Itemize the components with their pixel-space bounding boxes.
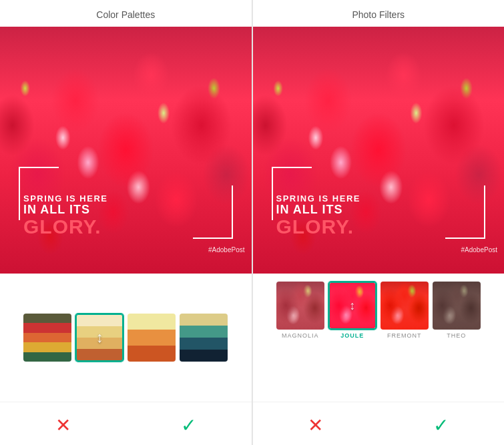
confirm-button-left[interactable]: ✓ (174, 410, 203, 440)
resize-handle-filter-icon: ↕ (349, 299, 355, 313)
cancel-button-right[interactable]: ✕ (301, 410, 330, 440)
thumb-img-fremont (381, 282, 429, 330)
filter-label-magnolia: MAGNOLIA (282, 332, 319, 339)
filter-label-fremont: FREMONT (387, 332, 422, 339)
tulip-image-right: SPRING IS HERE IN ALL ITS GLORY. #AdobeP… (253, 27, 505, 274)
palette-item-1[interactable] (23, 314, 71, 362)
filter-theo[interactable]: THEO (433, 282, 481, 339)
hashtag-right: #AdobePost (461, 246, 498, 254)
filter-thumb-fremont (381, 282, 429, 330)
overlay-glory-left: GLORY. (23, 217, 107, 237)
main-container: Color Palettes SPRING IS HERE IN ALL ITS… (0, 0, 504, 445)
filter-joule[interactable]: ↕ JOULE (328, 282, 376, 339)
filter-label-theo: THEO (447, 332, 466, 339)
corner-bottom-right (193, 185, 233, 239)
color-palettes-panel: Color Palettes SPRING IS HERE IN ALL ITS… (0, 0, 252, 445)
action-row-left: ✕ ✓ (0, 402, 252, 445)
photo-filters-header: Photo Filters (253, 0, 505, 27)
overlay-glory-right: GLORY. (276, 217, 360, 237)
hashtag-left: #AdobePost (208, 246, 245, 254)
palette-item-2[interactable]: ↕ (75, 314, 123, 362)
thumb-img-theo (433, 282, 481, 330)
filter-fremont[interactable]: FREMONT (381, 282, 429, 339)
filter-strip: MAGNOLIA ↕ JOULE FREMONT (253, 274, 505, 402)
color-palettes-header: Color Palettes (0, 0, 252, 27)
palette-item-4[interactable] (180, 314, 228, 362)
confirm-button-right[interactable]: ✓ (427, 410, 456, 440)
action-row-right: ✕ ✓ (253, 402, 505, 445)
color-palettes-image: SPRING IS HERE IN ALL ITS GLORY. #AdobeP… (0, 27, 252, 274)
filter-label-joule: JOULE (340, 332, 364, 339)
cancel-button-left[interactable]: ✕ (48, 410, 77, 440)
overlay-text-block-right: SPRING IS HERE IN ALL ITS GLORY. (276, 193, 360, 237)
resize-handle-icon: ↕ (96, 329, 103, 346)
filter-row: MAGNOLIA ↕ JOULE FREMONT (276, 282, 481, 339)
overlay-line1-left: SPRING IS HERE (23, 193, 107, 203)
thumb-img-magnolia (276, 282, 324, 330)
palette-item-3[interactable] (128, 314, 176, 362)
filter-magnolia[interactable]: MAGNOLIA (276, 282, 324, 339)
overlay-line1-right: SPRING IS HERE (276, 193, 360, 203)
photo-filters-panel: Photo Filters SPRING IS HERE IN ALL ITS … (253, 0, 505, 445)
overlay-text-block-left: SPRING IS HERE IN ALL ITS GLORY. (23, 193, 107, 237)
palette-strip: ↕ (0, 274, 252, 402)
filter-thumb-joule: ↕ (328, 282, 376, 330)
filter-thumb-theo (433, 282, 481, 330)
tulip-image-left: SPRING IS HERE IN ALL ITS GLORY. #AdobeP… (0, 27, 252, 274)
filter-thumb-magnolia (276, 282, 324, 330)
corner-bottom-right-right (445, 185, 485, 239)
photo-filters-image: SPRING IS HERE IN ALL ITS GLORY. #AdobeP… (253, 27, 505, 274)
